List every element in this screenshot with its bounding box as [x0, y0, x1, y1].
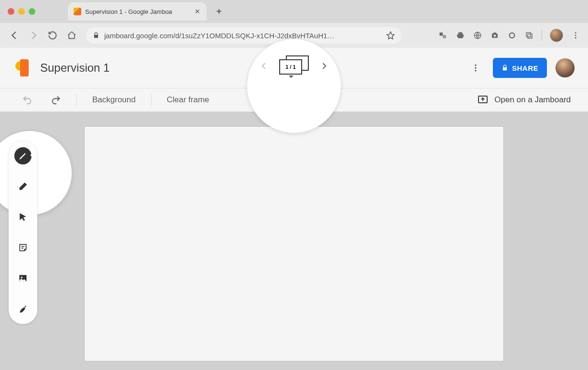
canvas[interactable] [84, 126, 504, 361]
minimize-window-button[interactable] [18, 8, 25, 15]
frame-navigation: 1 / 1 [258, 55, 330, 76]
close-tab-icon[interactable]: ✕ [194, 8, 201, 15]
prev-frame-button[interactable] [258, 60, 270, 72]
camera-extension-icon[interactable] [490, 31, 500, 40]
tool-sidebar [9, 141, 37, 324]
svg-point-3 [494, 35, 496, 37]
svg-point-11 [475, 67, 476, 68]
reload-button[interactable] [46, 29, 59, 42]
svg-rect-1 [443, 35, 446, 38]
window-controls [8, 8, 35, 15]
chevron-down-icon [289, 76, 294, 78]
app-header: Supervision 1 1 / 1 [0, 48, 588, 88]
profile-avatar[interactable] [550, 29, 563, 42]
more-options-button[interactable] [467, 59, 484, 76]
pen-tool[interactable] [14, 147, 32, 164]
browser-tab[interactable]: Supervision 1 - Google Jamboa ✕ [68, 2, 207, 21]
svg-rect-0 [440, 33, 443, 36]
jamboard-logo-icon[interactable] [13, 59, 31, 76]
divider [542, 30, 542, 41]
drive-extension-icon[interactable] [456, 31, 465, 40]
translate-extension-icon[interactable] [438, 31, 448, 40]
svg-point-4 [510, 33, 515, 38]
new-tab-button[interactable]: + [212, 5, 226, 18]
close-window-button[interactable] [8, 8, 14, 15]
jamboard-app: Supervision 1 1 / 1 [0, 48, 588, 370]
back-button[interactable] [8, 29, 21, 42]
share-button[interactable]: SHARE [493, 58, 547, 78]
clear-frame-button[interactable]: Clear frame [162, 92, 214, 108]
svg-point-10 [475, 65, 476, 66]
svg-point-7 [575, 32, 577, 33]
url-text: jamboard.google.com/d/1suZzY1OMDDLSQKJ-x… [104, 32, 381, 40]
tab-strip: Supervision 1 - Google Jamboa ✕ + [0, 0, 588, 23]
star-icon[interactable] [386, 31, 395, 40]
lock-icon [93, 32, 99, 39]
svg-point-12 [475, 70, 476, 71]
laser-tool[interactable] [14, 300, 32, 317]
svg-rect-6 [528, 34, 532, 38]
next-frame-button[interactable] [318, 60, 330, 72]
select-tool[interactable] [14, 208, 32, 226]
frame-count: 1 / 1 [279, 59, 302, 75]
background-button[interactable]: Background [87, 92, 141, 108]
divider [76, 93, 77, 107]
canvas-area [0, 112, 588, 370]
undo-button[interactable] [17, 92, 37, 108]
address-bar[interactable]: jamboard.google.com/d/1suZzY1OMDDLSQKJ-x… [86, 27, 402, 44]
svg-rect-5 [526, 33, 531, 37]
svg-point-8 [575, 35, 577, 36]
account-avatar[interactable] [555, 58, 575, 77]
jamboard-favicon-icon [74, 8, 81, 15]
frame-indicator[interactable]: 1 / 1 [279, 55, 309, 76]
lock-icon [501, 65, 508, 71]
frame-nav-highlight: 1 / 1 [247, 39, 341, 133]
eraser-tool[interactable] [14, 178, 32, 195]
cast-icon [477, 94, 489, 106]
open-on-jamboard-label: Open on a Jamboard [494, 95, 571, 105]
tab-title: Supervision 1 - Google Jamboa [85, 8, 190, 15]
image-tool[interactable] [14, 270, 32, 287]
chrome-menu-icon[interactable] [571, 31, 580, 40]
redo-button[interactable] [46, 92, 66, 108]
open-on-jamboard-button[interactable]: Open on a Jamboard [477, 94, 571, 106]
forward-button[interactable] [27, 29, 40, 42]
svg-point-9 [575, 37, 577, 39]
share-label: SHARE [512, 64, 538, 72]
globe-extension-icon[interactable] [473, 31, 482, 40]
sticky-note-tool[interactable] [14, 239, 32, 256]
document-title[interactable]: Supervision 1 [40, 61, 109, 75]
home-button[interactable] [65, 29, 78, 42]
extension-icons [438, 29, 580, 42]
svg-point-15 [21, 277, 22, 278]
maximize-window-button[interactable] [29, 8, 35, 15]
header-actions: SHARE [467, 58, 575, 78]
copy-extension-icon[interactable] [524, 31, 534, 40]
circle-extension-icon[interactable] [507, 31, 517, 40]
divider [151, 93, 152, 107]
